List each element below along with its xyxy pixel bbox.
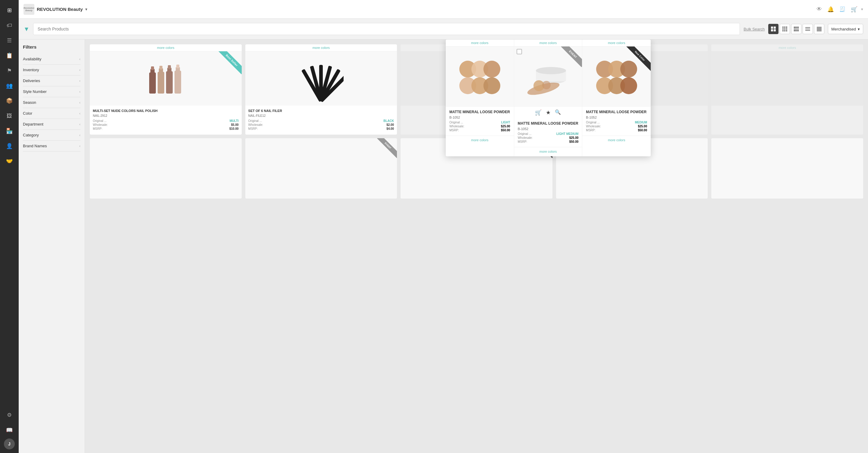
svg-rect-4 [782,27,784,28]
eye-icon[interactable]: 👁 [816,6,822,12]
nav-store[interactable]: 🏪 [3,124,16,138]
add-to-cart-icon[interactable]: 🛒 [535,109,541,116]
filter-style-number-chevron: ‹ [79,90,81,94]
product-img-1: Best Seller [90,51,242,106]
popup-product-sku-2: B-1052 [518,127,579,131]
filter-inventory[interactable]: Inventory ‹ [23,64,81,76]
svg-rect-36 [168,65,171,69]
nav-people[interactable]: 👥 [3,79,16,92]
nav-avatar[interactable]: J [4,438,15,449]
more-colors-1[interactable]: more colors [90,45,242,51]
nav-person[interactable]: 👤 [3,139,16,153]
more-colors-2[interactable]: more colors [245,45,397,51]
badge-best-seller: Best Seller [215,51,242,79]
view-list-2[interactable] [803,24,813,34]
popup-more-colors-top-2[interactable]: more colors [514,39,582,47]
left-nav: ⊞ 🏷 ☰ 📋 ⚑ 👥 📦 🖼 🏪 👤 🤝 ⚙ 📖 J [0,0,19,453]
svg-rect-6 [786,27,787,28]
svg-rect-26 [817,29,822,30]
popup-more-colors-bottom-1[interactable]: more colors [446,136,514,142]
filter-category-label: Category [23,133,39,137]
filter-season-label: Season [23,100,36,105]
view-grid-2[interactable] [768,24,778,34]
popup-actions-2: 🛒 ★ 🔍 [514,107,582,118]
nav-image[interactable]: 🖼 [3,109,16,122]
nav-tag[interactable]: 🏷 [3,19,16,32]
svg-rect-24 [817,27,822,28]
brand-dropdown-icon[interactable]: ▾ [85,7,87,11]
product-card-1[interactable]: more colors Best Seller [90,45,242,135]
product-info-2: SET OF 6 NAIL FILER NAIL-FILE12 Original… [245,106,397,135]
filter-department[interactable]: Department ‹ [23,119,81,130]
svg-rect-31 [158,72,164,93]
svg-rect-1 [774,27,776,29]
badge-label: Best Seller [218,51,242,74]
filter-season[interactable]: Season ‹ [23,97,81,108]
filter-deliveries-chevron: ‹ [79,79,81,83]
filter-deliveries[interactable]: Deliveries ‹ [23,76,81,86]
bulk-search-link[interactable]: Bulk Search [744,27,765,31]
more-colors-5[interactable]: more colors [711,45,863,51]
popup-product-sku-3: B-1052 [586,116,647,119]
search-bar-area: ▼ Bulk Search Merchandised ▾ [19,19,868,39]
popup-checkbox-2[interactable] [517,49,522,54]
svg-point-51 [484,77,500,94]
product-card-2[interactable]: more colors [245,45,397,135]
receipt-icon[interactable]: 🧾 [839,6,845,12]
zoom-icon[interactable]: 🔍 [555,109,561,116]
sort-label: Merchandised [831,27,856,31]
svg-rect-7 [782,28,784,30]
nav-home[interactable]: ⊞ [3,4,16,17]
nav-box[interactable]: 📦 [3,94,16,108]
filter-availability-label: Availability [23,57,41,61]
event-badge-label: EVENT [560,47,582,67]
cart-icon[interactable]: 🛒 [851,6,858,13]
nav-settings[interactable]: ⚙ [3,408,16,422]
sort-dropdown[interactable]: Merchandised ▾ [828,24,863,34]
svg-rect-8 [784,28,785,30]
favorite-icon[interactable]: ★ [546,109,551,116]
nav-book[interactable]: 📖 [3,423,16,437]
product-card-5-behind[interactable]: more colors [711,45,863,135]
popup-card-2[interactable]: more colors EVENT [514,39,583,156]
popup-card-1[interactable]: more colors MATTE MINERAL [446,39,514,156]
view-grid-4[interactable] [791,24,801,34]
brand-name: REVOLUTION Beauty [37,7,83,12]
bell-icon[interactable]: 🔔 [827,6,834,13]
popup-more-colors-top-1[interactable]: more colors [446,39,514,47]
view-grid-3[interactable] [780,24,790,34]
brand-logo-img: RevolutionBeauty [24,4,34,15]
svg-rect-33 [159,66,162,69]
filter-color[interactable]: Color ‹ [23,108,81,119]
search-input-wrap [33,23,740,35]
svg-rect-9 [786,28,787,30]
brand-logo[interactable]: RevolutionBeauty REVOLUTION Beauty ▾ [24,4,87,15]
product-img-5 [711,51,863,106]
nav-document[interactable]: 📋 [3,49,16,62]
svg-rect-34 [166,71,173,93]
svg-rect-13 [794,27,795,29]
popup-product-name-3: MATTE MINERAL LOOSE POWDER [586,110,647,115]
filter-icon[interactable]: ▼ [24,26,30,33]
filter-availability[interactable]: Availability ‹ [23,54,81,64]
filter-availability-chevron: ‹ [79,57,81,61]
filter-style-number[interactable]: Style Number ‹ [23,86,81,97]
nav-flag[interactable]: ⚑ [3,64,16,77]
nav-handshake[interactable]: 🤝 [3,154,16,168]
popup-more-colors-bottom-3[interactable]: more colors [582,136,651,142]
top-bar-chevron[interactable]: ▾ [861,7,863,11]
filter-brand-names[interactable]: Brand Names ‹ [23,141,81,151]
filter-category[interactable]: Category ‹ [23,130,81,141]
svg-rect-3 [774,29,776,31]
popup-more-colors-top-3[interactable]: more colors [582,39,651,47]
svg-rect-28 [149,73,156,93]
popup-more-colors-bottom-2[interactable]: more colors [514,147,582,153]
view-list[interactable] [814,24,824,34]
search-input[interactable] [38,27,735,31]
new-color-badge-label: New Color [625,47,651,71]
row2-event-badge: EVENT [373,138,397,162]
product-wholesale-2: Wholesale: $2.00 [248,123,394,126]
popup-card-3[interactable]: more colors New Color [582,39,651,156]
popup-product-name-1: MATTE MINERAL LOOSE POWDER [450,110,510,115]
nav-list[interactable]: ☰ [3,34,16,47]
